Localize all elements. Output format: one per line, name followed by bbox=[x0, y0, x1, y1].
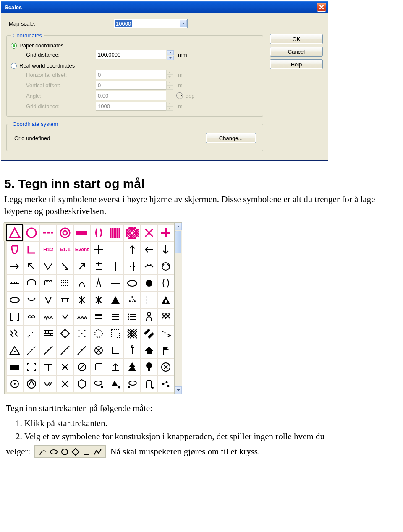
scroll-thumb[interactable] bbox=[175, 231, 181, 253]
symbol-dotcircle[interactable] bbox=[90, 325, 107, 342]
symbol-cup2[interactable] bbox=[23, 292, 40, 308]
symbol-flag[interactable] bbox=[157, 342, 174, 359]
symbol-tri-solid[interactable] bbox=[107, 292, 124, 308]
symbol-diag-dash[interactable] bbox=[23, 342, 40, 359]
symbol-tee[interactable] bbox=[40, 359, 57, 376]
symbol-grave[interactable] bbox=[141, 376, 157, 392]
symbol-thick-line[interactable] bbox=[73, 224, 90, 241]
symbol-mnm2[interactable] bbox=[73, 308, 90, 325]
symbol-event-text[interactable]: Event bbox=[73, 241, 90, 258]
symbol-crosshatch[interactable] bbox=[124, 224, 141, 241]
symbol-asterisk[interactable] bbox=[73, 292, 90, 308]
symbol-vbar-tick[interactable] bbox=[124, 258, 141, 275]
symbol-hline[interactable] bbox=[107, 275, 124, 292]
symbol-people[interactable] bbox=[157, 308, 174, 325]
symbol-cross-circ[interactable] bbox=[90, 342, 107, 359]
symbol-vbar[interactable] bbox=[107, 258, 124, 275]
symbol-wavy-up[interactable] bbox=[40, 275, 57, 292]
symbol-plusminus[interactable] bbox=[90, 258, 107, 275]
symbol-arrow-nw[interactable] bbox=[23, 258, 40, 275]
symbol-waves[interactable] bbox=[57, 275, 73, 292]
symbol-dashes[interactable] bbox=[40, 224, 57, 241]
symbol-arrow-dot[interactable] bbox=[157, 325, 174, 342]
close-button[interactable] bbox=[317, 3, 326, 12]
symbol-oval[interactable] bbox=[6, 292, 23, 308]
symbol-oval-dot[interactable] bbox=[90, 376, 107, 392]
dropdown-icon[interactable] bbox=[180, 20, 187, 27]
symbol-arrow-ne[interactable] bbox=[73, 258, 90, 275]
symbol-corner2[interactable] bbox=[107, 342, 124, 359]
symbol-diag1[interactable] bbox=[40, 342, 57, 359]
symbol-diamond[interactable] bbox=[57, 325, 73, 342]
symbol-3lines[interactable] bbox=[107, 308, 124, 325]
symbol-gamma[interactable] bbox=[90, 359, 107, 376]
symbol-x-small[interactable] bbox=[57, 359, 73, 376]
palette-tab[interactable] bbox=[3, 223, 5, 241]
symbol-plus-thin[interactable] bbox=[90, 241, 107, 258]
tool-polyline-icon[interactable] bbox=[92, 446, 103, 457]
symbol-dotsquare[interactable] bbox=[107, 325, 124, 342]
symbol-arrow-down[interactable] bbox=[157, 241, 174, 258]
symbol-circle[interactable] bbox=[23, 224, 40, 241]
symbol-disc[interactable] bbox=[141, 275, 157, 292]
symbol-tri-circ[interactable] bbox=[23, 376, 40, 392]
symbol-firstaid[interactable] bbox=[157, 224, 174, 241]
ok-button[interactable]: OK bbox=[270, 34, 323, 44]
symbol-x2[interactable] bbox=[57, 376, 73, 392]
symbol-brackets[interactable] bbox=[6, 308, 23, 325]
symbol-tri-dots[interactable] bbox=[124, 292, 141, 308]
symbol-ellipse[interactable] bbox=[124, 275, 141, 292]
help-button[interactable]: Help bbox=[270, 59, 323, 69]
symbol-list[interactable] bbox=[124, 308, 141, 325]
symbol-double-circle[interactable] bbox=[57, 224, 73, 241]
symbol-tree[interactable] bbox=[124, 359, 141, 376]
symbol-cup[interactable] bbox=[6, 241, 23, 258]
symbol-vstripes[interactable] bbox=[107, 224, 124, 241]
spin-up-icon[interactable] bbox=[167, 50, 174, 55]
symbol-tri-hole[interactable] bbox=[157, 292, 174, 308]
symbol-tri-dot2[interactable] bbox=[107, 376, 124, 392]
symbol-smallcircle[interactable] bbox=[157, 258, 174, 275]
symbol-diag-tick[interactable] bbox=[73, 342, 90, 359]
symbol-corner[interactable] bbox=[23, 241, 40, 258]
symbol-hbars[interactable] bbox=[90, 308, 107, 325]
real-coords-radio[interactable] bbox=[11, 63, 17, 69]
symbol-dotgrid[interactable] bbox=[141, 292, 157, 308]
symbol-brick[interactable] bbox=[40, 325, 57, 342]
symbol-target[interactable] bbox=[6, 376, 23, 392]
symbol-rect-corners[interactable] bbox=[23, 359, 40, 376]
symbol-arrow-right[interactable] bbox=[6, 258, 23, 275]
tool-ellipse-icon[interactable] bbox=[48, 446, 59, 457]
paper-coords-radio[interactable] bbox=[11, 43, 17, 49]
tool-circle-icon[interactable] bbox=[59, 446, 70, 457]
palette-scrollbar[interactable] bbox=[175, 222, 182, 394]
symbol-parens[interactable] bbox=[90, 224, 107, 241]
symbol-h12-text[interactable]: H12 bbox=[40, 241, 57, 258]
symbol-table[interactable] bbox=[57, 292, 73, 308]
map-scale-combo[interactable]: 10000 bbox=[114, 19, 188, 28]
symbol-asterisk-dot[interactable] bbox=[90, 292, 107, 308]
symbol-diag-thick[interactable] bbox=[141, 325, 157, 342]
symbol-crosshatch2[interactable] bbox=[124, 325, 141, 342]
symbol-x[interactable] bbox=[141, 224, 157, 241]
symbol-arrow-se[interactable] bbox=[57, 258, 73, 275]
symbol-nocircle[interactable] bbox=[73, 359, 90, 376]
symbol-511-text[interactable]: 51.1 bbox=[57, 241, 73, 258]
symbol-halfcircle-tick[interactable] bbox=[23, 275, 40, 292]
symbol-infinity[interactable] bbox=[23, 308, 40, 325]
symbol-ring-x[interactable] bbox=[157, 359, 174, 376]
cancel-button[interactable]: Cancel bbox=[270, 47, 323, 57]
symbol-blank[interactable] bbox=[107, 241, 124, 258]
symbol-tri-dot[interactable] bbox=[6, 342, 23, 359]
grid-dist-input[interactable]: 100.0000 bbox=[96, 50, 166, 59]
symbol-oval-dot2[interactable] bbox=[124, 376, 141, 392]
symbol-arrow-left[interactable] bbox=[141, 241, 157, 258]
spin-down-icon[interactable] bbox=[167, 56, 174, 60]
tool-corner-icon[interactable] bbox=[81, 446, 92, 457]
symbol-tree2[interactable] bbox=[141, 359, 157, 376]
symbol-diag2[interactable] bbox=[57, 342, 73, 359]
symbol-mnm[interactable] bbox=[40, 308, 57, 325]
symbol-hexagon[interactable] bbox=[73, 376, 90, 392]
symbol-uparrow-line[interactable] bbox=[107, 359, 124, 376]
symbol-v[interactable] bbox=[40, 292, 57, 308]
